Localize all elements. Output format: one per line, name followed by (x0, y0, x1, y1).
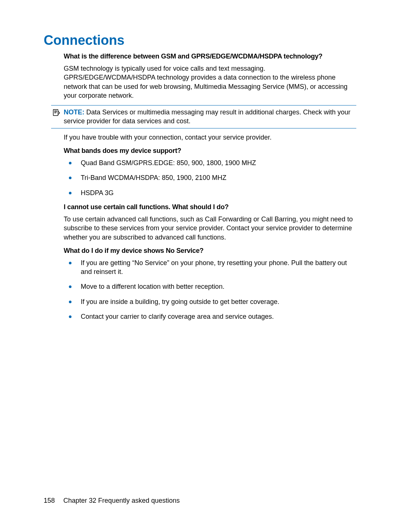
bullet-icon (69, 177, 71, 179)
list-item-text: Move to a different location with better… (81, 283, 224, 290)
bullet-icon (69, 285, 71, 288)
question-2-title: What bands does my device support? (64, 147, 356, 155)
list-item-text: Tri-Band WCDMA/HSDPA: 850, 1900, 2100 MH… (81, 174, 226, 181)
note-label: NOTE: (64, 108, 84, 116)
question-1-title: What is the difference between GSM and G… (64, 53, 356, 60)
note-text: NOTE: Data Services or multimedia messag… (61, 108, 356, 126)
chapter-label: Chapter 32 Frequently asked questions (63, 497, 180, 504)
bullet-icon (69, 192, 71, 194)
page-number: 158 (44, 497, 55, 504)
note-block: NOTE: Data Services or multimedia messag… (51, 105, 356, 128)
list-item: Quad Band GSM/GPRS.EDGE: 850, 900, 1800,… (64, 158, 356, 167)
question-2-list: Quad Band GSM/GPRS.EDGE: 850, 900, 1800,… (64, 158, 356, 197)
list-item: Move to a different location with better… (64, 282, 356, 291)
page-footer: 158 Chapter 32 Frequently asked question… (44, 497, 180, 505)
note-rule-top (51, 105, 356, 106)
note-icon (51, 108, 61, 117)
question-4-title: What do I do if my device shows No Servi… (64, 247, 356, 255)
question-3-body: To use certain advanced call functions, … (64, 215, 356, 242)
question-3-title: I cannot use certain call functions. Wha… (64, 203, 356, 211)
question-1-body: GSM technology is typically used for voi… (64, 64, 356, 100)
list-item-text: HSDPA 3G (81, 189, 114, 197)
list-item-text: If you are inside a building, try going … (81, 298, 279, 305)
list-item-text: Contact your carrier to clarify coverage… (81, 313, 274, 320)
list-item: Tri-Band WCDMA/HSDPA: 850, 1900, 2100 MH… (64, 173, 356, 182)
list-item-text: If you are getting “No Service” on your … (81, 259, 347, 275)
list-item: If you are getting “No Service” on your … (64, 258, 356, 277)
svg-rect-0 (53, 110, 58, 116)
note-content: NOTE: Data Services or multimedia messag… (51, 107, 356, 127)
list-item: HSDPA 3G (64, 188, 356, 197)
list-item-text: Quad Band GSM/GPRS.EDGE: 850, 900, 1800,… (81, 159, 256, 167)
bullet-icon (69, 162, 71, 164)
list-item: If you are inside a building, try going … (64, 297, 356, 306)
bullet-icon (69, 262, 71, 264)
section-heading: Connections (44, 33, 356, 48)
after-note-paragraph: If you have trouble with your connection… (64, 133, 356, 142)
note-body: Data Services or multimedia messaging ma… (64, 108, 350, 125)
bullet-icon (69, 301, 71, 303)
bullet-icon (69, 315, 71, 318)
document-page: Connections What is the difference betwe… (0, 0, 400, 532)
question-4-list: If you are getting “No Service” on your … (64, 258, 356, 321)
note-rule-bottom (51, 128, 356, 128)
content-block: What is the difference between GSM and G… (44, 53, 356, 321)
list-item: Contact your carrier to clarify coverage… (64, 312, 356, 321)
